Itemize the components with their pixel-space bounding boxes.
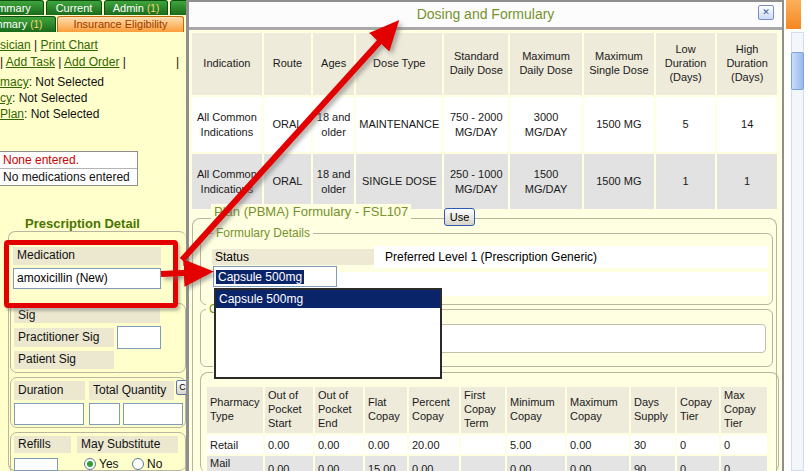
cell: 5: [656, 97, 716, 152]
col-header: Maximum Daily Dose: [510, 33, 582, 95]
close-icon[interactable]: ✕: [758, 5, 774, 20]
trailing-separator: |: [176, 55, 179, 69]
dosing-formulary-dialog: Dosing and Formulary ✕ Indication Route …: [186, 0, 784, 471]
refills-input[interactable]: [14, 458, 58, 471]
sig-label: Sig: [14, 307, 160, 323]
dialog-titlebar: Dosing and Formulary ✕: [189, 2, 782, 30]
physician-link[interactable]: sician: [0, 38, 31, 52]
cell: 90: [631, 456, 675, 471]
use-button[interactable]: Use: [444, 208, 475, 226]
dosing-table: Indication Route Ages Dose Type Standard…: [190, 31, 779, 211]
radio-icon: [132, 458, 144, 470]
add-task-link[interactable]: Add Task: [6, 55, 55, 69]
table-row: All Common Indications ORAL 18 and older…: [192, 97, 777, 152]
prescription-detail-legend: Prescription Detail: [22, 216, 143, 231]
secondary-link[interactable]: cy: [0, 91, 12, 105]
total-quantity-unit-input[interactable]: [123, 403, 183, 425]
print-chart-link[interactable]: Print Chart: [41, 38, 98, 52]
col-header: Standard Daily Dose: [444, 33, 508, 95]
col-header: Flat Copay: [365, 387, 407, 433]
cell: 15.00: [365, 456, 407, 471]
vertical-scrollbar[interactable]: [791, 32, 804, 471]
tab-count: (1): [30, 19, 42, 30]
col-header: Indication: [192, 33, 262, 95]
cell: 1500 MG: [584, 154, 654, 209]
col-header: Route: [264, 33, 311, 95]
screen: mmary Current Admin (1) mmary (1) Insura…: [0, 0, 808, 471]
substitute-yes-radio[interactable]: Yes: [84, 457, 119, 471]
radio-label: No: [147, 457, 162, 471]
col-header: Out of Pocket Start: [265, 387, 313, 433]
status-value: Preferred Level 1 (Prescription Generic): [374, 246, 768, 268]
table-row: Retail 0.00 0.00 0.00 20.00 5.00 0.00 30…: [207, 435, 767, 454]
cell: All Common Indications: [192, 97, 262, 152]
tab-summary2-fragment[interactable]: mmary (1): [0, 16, 56, 32]
table-row: All Common Indications ORAL 18 and older…: [192, 154, 777, 209]
drug-form-combobox[interactable]: Capsule 500mg: [213, 266, 337, 287]
cell: 0.00: [265, 456, 313, 471]
table-row: Mail Order 0.00 0.00 15.00 0.00 0.00 0.0…: [207, 456, 767, 471]
cell: 18 and older: [313, 97, 354, 152]
practitioner-sig-input[interactable]: [117, 326, 161, 349]
separator: |: [123, 55, 126, 69]
scrollbar-thumb[interactable]: [791, 52, 804, 90]
radio-icon: [84, 458, 96, 470]
cell: Mail Order: [207, 456, 263, 471]
cell: 0: [677, 456, 719, 471]
tab-summary-fragment[interactable]: mmary: [0, 0, 44, 15]
tab-admin[interactable]: Admin (1): [104, 0, 168, 15]
cell: [461, 456, 505, 471]
col-header: Pharmacy Type: [207, 387, 263, 433]
col-header: Dose Type: [356, 33, 442, 95]
duration-input[interactable]: [14, 403, 84, 425]
plan-link[interactable]: Plan: [0, 107, 24, 121]
col-header: Maximum Single Dose: [584, 33, 654, 95]
tab-label: Insurance Eligibility: [73, 18, 167, 30]
tab-current[interactable]: Current: [46, 0, 102, 15]
total-quantity-input[interactable]: [89, 403, 120, 425]
toolbar-line-2: | Add Task | Add Order |: [0, 55, 126, 69]
selection-value: : Not Selected: [24, 107, 99, 121]
substitute-no-radio[interactable]: No: [132, 457, 162, 471]
cell: All Common Indications: [192, 154, 262, 209]
col-header: Ages: [313, 33, 354, 95]
col-header: Low Duration (Days): [656, 33, 716, 95]
cell: 0: [721, 456, 767, 471]
cell: 3000 MG/DAY: [510, 97, 582, 152]
may-substitute-label: May Substitute: [77, 436, 178, 453]
dialog-title: Dosing and Formulary: [189, 2, 782, 26]
cell: [461, 435, 505, 454]
tab-label: Current: [56, 2, 93, 14]
col-header: Maximum Copay: [567, 387, 629, 433]
cell: 30: [631, 435, 675, 454]
dropdown-option[interactable]: Capsule 500mg: [216, 290, 440, 308]
add-order-link[interactable]: Add Order: [64, 55, 119, 69]
practitioner-sig-label: Practitioner Sig: [14, 328, 114, 347]
cell: 0: [677, 435, 719, 454]
patient-sig-label: Patient Sig: [14, 351, 114, 369]
cell: ORAL: [264, 154, 311, 209]
combobox-selected-value: Capsule 500mg: [216, 270, 304, 284]
cell: 1: [656, 154, 716, 209]
cell: 1500 MG: [584, 97, 654, 152]
plan-selection: Plan: Not Selected: [0, 107, 99, 121]
col-header: Days Supply: [631, 387, 675, 433]
cell: 1: [717, 154, 777, 209]
cell: 20.00: [409, 435, 459, 454]
cell: 1500 MG/DAY: [510, 154, 582, 209]
formulary-details-legend: Formulary Details: [213, 226, 313, 240]
col-header: Minimum Copay: [507, 387, 565, 433]
cell: ORAL: [264, 97, 311, 152]
pharmacy-link[interactable]: macy: [0, 75, 29, 89]
secondary-selection: cy: Not Selected: [0, 91, 87, 105]
separator: |: [0, 55, 3, 69]
chart-left-panel: mmary Current Admin (1) mmary (1) Insura…: [0, 0, 186, 471]
col-header: Out of Pocket End: [315, 387, 363, 433]
col-header: Percent Copay: [409, 387, 459, 433]
cell: 0.00: [315, 456, 363, 471]
cell: Retail: [207, 435, 263, 454]
drug-form-dropdown-list: Capsule 500mg: [214, 288, 442, 379]
cell: 5.00: [507, 435, 565, 454]
tab-label: mmary: [0, 18, 27, 30]
tab-insurance-eligibility[interactable]: Insurance Eligibility: [57, 16, 184, 32]
